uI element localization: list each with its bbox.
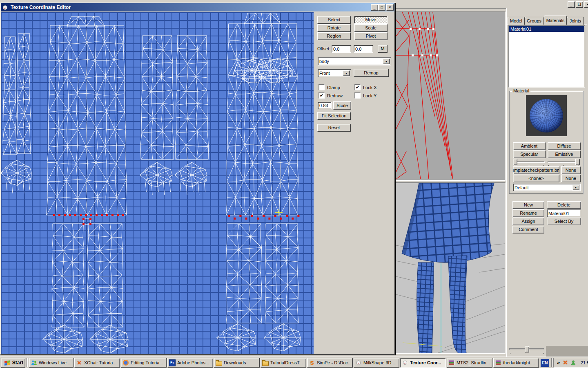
tce-minimize-button[interactable]: _	[371, 4, 378, 11]
task-simpe[interactable]: S SimPe - D:\Doc...	[307, 358, 353, 368]
main-minimize-button[interactable]: _	[568, 1, 575, 8]
clock[interactable]: 21:56	[581, 360, 588, 365]
task-darkknight-rar[interactable]: thedarkknight....	[493, 358, 539, 368]
mesh-dropdown-arrow[interactable]: ▼	[383, 58, 390, 64]
tce-panel: Select Move Rotate Scale Region Pivot Of…	[314, 12, 394, 354]
texture-file-button[interactable]: emplatecheckpattern.bm	[513, 166, 559, 174]
m-button[interactable]: M	[378, 45, 388, 53]
scale-value-field[interactable]	[318, 102, 332, 109]
task-windows-live[interactable]: Windows Live ...	[29, 358, 74, 368]
firefox-icon	[122, 359, 129, 366]
taskbar-separator	[27, 358, 28, 367]
task-xchat[interactable]: ✕ XChat: Tutoria...	[74, 358, 120, 368]
offset-y-field[interactable]	[354, 45, 373, 53]
specular-button[interactable]: Specular	[513, 150, 546, 158]
task-firefox[interactable]: Editing Tutoria...	[121, 358, 167, 368]
select-by-button[interactable]: Select By	[547, 218, 581, 225]
offset-x-input[interactable]	[332, 47, 351, 52]
photoshop-icon: Ps	[169, 359, 176, 366]
material-name-input[interactable]	[547, 211, 581, 216]
winrar-icon	[448, 359, 455, 366]
tce-window: Texture Coordinate Editor _ □ × Select M…	[0, 2, 395, 355]
scale-value-input[interactable]	[318, 103, 331, 108]
task-milkshape[interactable]: MilkShape 3D ...	[354, 358, 399, 368]
tab-joints[interactable]: Joints	[567, 17, 584, 25]
mesh-combobox[interactable]: body ▼	[318, 57, 391, 65]
start-button[interactable]: Start	[1, 358, 25, 368]
shader-dropdown-arrow[interactable]: ▼	[572, 185, 579, 190]
offset-label: Offset:	[317, 46, 330, 51]
rename-material-button[interactable]: Rename	[512, 209, 544, 217]
comment-button[interactable]: Comment	[512, 226, 544, 233]
tab-materials[interactable]: Materials	[544, 16, 567, 25]
system-tray: « ✕ 21:56	[553, 358, 588, 368]
task-tutorialdress[interactable]: TutorialDressT...	[261, 358, 306, 368]
red-wireframe-mesh	[396, 12, 505, 180]
material-name-field[interactable]	[547, 209, 581, 217]
select-tool-button[interactable]: Select	[317, 16, 351, 24]
scale-tool-button[interactable]: Scale	[354, 24, 388, 32]
redraw-checkbox[interactable]: ✔	[318, 92, 325, 99]
shininess-slider[interactable]	[513, 159, 545, 164]
main-restore-button[interactable]: ❐	[576, 1, 583, 8]
viewport-wireframe[interactable]	[395, 11, 506, 181]
materials-listbox[interactable]: Material01	[508, 25, 585, 88]
diffuse-button[interactable]: Diffuse	[548, 142, 581, 150]
offset-y-input[interactable]	[354, 47, 373, 52]
texture-none-button[interactable]: None	[561, 166, 581, 174]
offset-x-field[interactable]	[332, 45, 351, 53]
viewport-model[interactable]	[395, 182, 506, 354]
ambient-button[interactable]: Ambient	[513, 142, 546, 150]
tab-model[interactable]: Model	[508, 17, 525, 25]
alphamap-none-button[interactable]: None	[561, 175, 581, 182]
statusbar-fill	[546, 346, 588, 357]
move-tool-button[interactable]: Move	[354, 16, 388, 24]
view-dropdown-arrow[interactable]: ▼	[343, 70, 350, 76]
viewport-zoom-slider[interactable]	[509, 346, 544, 352]
lock-x-checkbox[interactable]: ✔	[354, 84, 361, 90]
left-leg-mesh	[417, 263, 434, 353]
delete-material-button[interactable]: Delete	[547, 201, 581, 209]
reset-button[interactable]: Reset	[317, 124, 351, 132]
tray-chevron-icon[interactable]: «	[557, 360, 560, 366]
messenger-icon	[31, 359, 37, 366]
region-tool-button[interactable]: Region	[317, 32, 351, 40]
transparency-slider[interactable]	[548, 159, 580, 164]
folder-icon	[262, 359, 269, 366]
scale-apply-button[interactable]: Scale	[333, 101, 351, 110]
rotate-tool-button[interactable]: Rotate	[317, 24, 351, 32]
sidebar: Model Groups Materials Joints Material01…	[506, 8, 588, 357]
tce-window-icon	[2, 4, 8, 11]
emissive-button[interactable]: Emissive	[548, 150, 581, 158]
task-mts2-rar[interactable]: MTS2_Stradlin...	[447, 358, 492, 368]
tce-maximize-button[interactable]: □	[378, 4, 385, 11]
pivot-tool-button[interactable]: Pivot	[354, 32, 388, 40]
assign-material-button[interactable]: Assign	[512, 218, 544, 225]
material-list-item[interactable]: Material01	[509, 26, 584, 32]
tce-titlebar[interactable]: Texture Coordinate Editor _ □ ×	[1, 3, 394, 11]
new-material-button[interactable]: New	[512, 201, 544, 209]
task-downloads[interactable]: Downloads	[214, 358, 260, 368]
view-combobox[interactable]: Front ▼	[318, 69, 351, 77]
language-indicator[interactable]: EN	[541, 359, 549, 367]
tab-groups[interactable]: Groups	[525, 17, 543, 25]
main-close-button[interactable]: ×	[584, 1, 588, 8]
task-texture-coord[interactable]: Texture Coor...	[400, 358, 446, 368]
tce-window-title: Texture Coordinate Editor	[11, 4, 71, 10]
alphamap-button[interactable]: <none>	[513, 175, 559, 182]
uv-canvas[interactable]	[1, 12, 314, 354]
check-icon: ✔	[320, 93, 323, 98]
tray-messenger-icon[interactable]	[570, 360, 576, 366]
material-group-title: Material	[512, 88, 530, 93]
fit-selection-button[interactable]: Fit Selection	[317, 112, 351, 120]
remap-button[interactable]: Remap	[354, 69, 389, 77]
tce-close-button[interactable]: ×	[386, 4, 394, 11]
task-photoshop[interactable]: Ps Adobe Photos...	[167, 358, 213, 368]
minimize-icon: _	[570, 4, 572, 7]
start-label: Start	[12, 360, 23, 365]
lock-y-checkbox[interactable]	[354, 92, 361, 99]
clamp-checkbox[interactable]	[318, 84, 325, 90]
shader-combobox[interactable]: Default ▼	[513, 184, 581, 191]
tray-xchat-icon[interactable]: ✕	[563, 359, 568, 366]
material-groupbox: Material Ambient Diffuse Specular Emissi…	[509, 91, 584, 194]
